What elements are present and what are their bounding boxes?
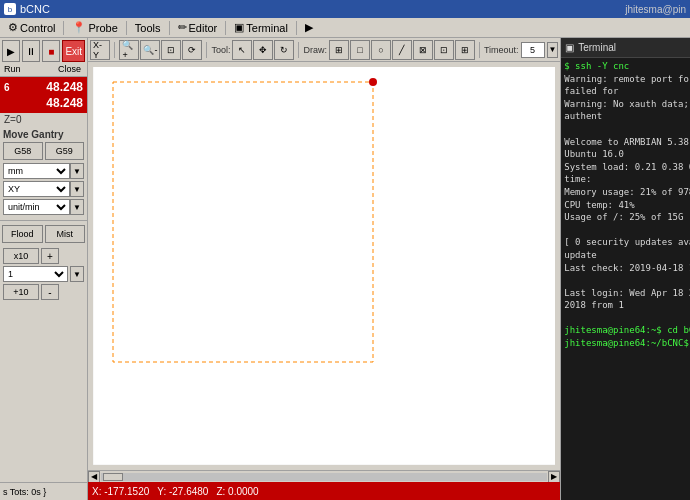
draw-extra2-btn[interactable]: ⊡ <box>434 40 454 60</box>
control-icon: ⚙ <box>8 21 18 34</box>
timeout-label: Timeout: <box>484 45 519 55</box>
play-button[interactable]: ▶ <box>2 40 20 62</box>
terminal-line: jhitesma@pine64:~/bCNC$ ./bCNC <box>564 337 690 350</box>
coordinates-panel: 6 48.248 48.248 <box>0 77 87 113</box>
fit-btn[interactable]: ⊡ <box>161 40 181 60</box>
terminal-line: jhitesma@pine64:~$ cd bCNC/ <box>564 324 690 337</box>
app-icon: b <box>4 3 16 15</box>
left-panel: ▶ ⏸ ■ Exit Run Close 6 48.248 48.248 <box>0 38 88 500</box>
rotate-tool-btn[interactable]: ↻ <box>274 40 294 60</box>
x-value: 48.248 <box>46 80 83 94</box>
terminal-line: $ ssh -Y cnc <box>564 60 690 73</box>
terminal-line <box>564 224 690 237</box>
toolbar-sep3 <box>298 42 299 58</box>
hscroll-left-btn[interactable]: ◀ <box>88 471 100 483</box>
menu-probe[interactable]: 📍 Probe <box>66 18 123 38</box>
move-gantry-title: Move Gantry <box>3 129 84 140</box>
unit-dropdown[interactable]: mm inch <box>3 163 70 179</box>
menu-extra[interactable]: ▶ <box>299 18 319 38</box>
exit-button[interactable]: Exit <box>62 40 85 62</box>
terminal-content[interactable]: $ ssh -Y cncWarning: remote port forward… <box>561 58 690 500</box>
terminal-icon: ▣ <box>234 21 244 34</box>
axis-dropdown[interactable]: XY X Y Z <box>3 181 70 197</box>
step-minus-button[interactable]: - <box>41 284 59 300</box>
terminal-line: Usage of /: 25% of 15G <box>564 211 690 224</box>
step-value-dropdown[interactable]: 1 0.1 0.01 <box>3 266 68 282</box>
menu-terminal[interactable]: ▣ Terminal <box>228 18 294 38</box>
menu-separator <box>169 21 170 35</box>
pause-button[interactable]: ⏸ <box>22 40 40 62</box>
svg-point-1 <box>369 78 377 86</box>
terminal-line: Warning: No xauth data; using fake authe… <box>564 98 690 123</box>
tots-label: s Tots: 0s } <box>3 487 46 497</box>
timeout-arrow[interactable]: ▼ <box>547 42 559 58</box>
x-coord-display: X: -177.1520 <box>92 486 149 497</box>
x10-button[interactable]: x10 <box>3 248 39 264</box>
draw-line-btn[interactable]: ╱ <box>392 40 412 60</box>
canvas-viewport[interactable] <box>92 66 556 466</box>
toolbar-sep4 <box>479 42 480 58</box>
terminal-line: Memory usage: 21% of 978MB IP: <box>564 186 690 199</box>
draw-extra1-btn[interactable]: ⊠ <box>413 40 433 60</box>
draw-path-btn[interactable]: □ <box>350 40 370 60</box>
close-label: Close <box>58 64 85 74</box>
g58-button[interactable]: G58 <box>3 142 43 160</box>
terminal-line: Last login: Wed Apr 18 21:10:16 2018 fro… <box>564 287 690 312</box>
terminal-line: System load: 0.21 0.38 0.31 Up time: <box>564 161 690 186</box>
coord-status-bar: X: -177.1520 Y: -27.6480 Z: 0.0000 <box>88 482 560 500</box>
terminal-line: Welcome to ARMBIAN 5.38 stable Ubuntu 16… <box>564 136 690 161</box>
zoom-in-btn[interactable]: 🔍+ <box>119 40 139 60</box>
menu-control[interactable]: ⚙ Control <box>2 18 61 38</box>
zoom-out-btn[interactable]: 🔍- <box>140 40 160 60</box>
draw-extra3-btn[interactable]: ⊞ <box>455 40 475 60</box>
feed-dropdown-arrow[interactable]: ▼ <box>70 199 84 215</box>
step-plus-button[interactable]: + <box>41 248 59 264</box>
draw-grid-btn[interactable]: ⊞ <box>329 40 349 60</box>
menu-bar: ⚙ Control 📍 Probe Tools ✏ Editor ▣ Termi… <box>0 18 690 38</box>
draw-circle-btn[interactable]: ○ <box>371 40 391 60</box>
x10-neg-button[interactable]: +10 <box>3 284 39 300</box>
step-controls-section: x10 + 1 0.1 0.01 ▼ +10 - <box>0 245 87 305</box>
select-tool-btn[interactable]: ↖ <box>232 40 252 60</box>
flood-button[interactable]: Flood <box>2 225 43 243</box>
move-gantry-section: Move Gantry G58 G59 mm inch ▼ XY X Y Z <box>0 126 87 221</box>
menu-tools[interactable]: Tools <box>129 18 167 38</box>
menu-editor[interactable]: ✏ Editor <box>172 18 224 38</box>
g59-button[interactable]: G59 <box>45 142 85 160</box>
hscroll-right-btn[interactable]: ▶ <box>548 471 560 483</box>
move-tool-btn[interactable]: ✥ <box>253 40 273 60</box>
reset-view-btn[interactable]: ⟳ <box>182 40 202 60</box>
menu-separator <box>296 21 297 35</box>
terminal-line <box>564 312 690 325</box>
terminal-header-label: Terminal <box>578 42 616 53</box>
main-layout: ▶ ⏸ ■ Exit Run Close 6 48.248 48.248 <box>0 38 690 500</box>
coord-system-btn[interactable]: X-Y <box>90 40 110 60</box>
y-value: 48.248 <box>46 96 83 110</box>
app-title: bCNC <box>20 3 50 15</box>
terminal-line: CPU temp: 41% <box>564 199 690 212</box>
toolbar-sep2 <box>206 42 207 58</box>
zoom-tools: 🔍+ 🔍- ⊡ ⟳ <box>119 40 202 60</box>
z-coord-display: Z: 0.0000 <box>216 486 258 497</box>
hscroll-track[interactable] <box>101 473 547 481</box>
axis-dropdown-arrow[interactable]: ▼ <box>70 181 84 197</box>
draw-label: Draw: <box>303 45 327 55</box>
hscroll-thumb[interactable] <box>103 473 123 481</box>
menu-separator <box>63 21 64 35</box>
canvas-area: X-Y 🔍+ 🔍- ⊡ ⟳ Tool: ↖ ✥ ↻ Draw: ⊞ □ ○ ╱ <box>88 38 561 500</box>
canvas-toolbar: X-Y 🔍+ 🔍- ⊡ ⟳ Tool: ↖ ✥ ↻ Draw: ⊞ □ ○ ╱ <box>88 38 560 62</box>
stop-button[interactable]: ■ <box>42 40 60 62</box>
run-controls-section: ▶ ⏸ ■ Exit Run Close <box>0 38 87 77</box>
menu-separator <box>225 21 226 35</box>
title-bar: b bCNC jhitesma@pin <box>0 0 690 18</box>
unit-dropdown-arrow[interactable]: ▼ <box>70 163 84 179</box>
mist-button[interactable]: Mist <box>45 225 86 243</box>
probe-icon: 📍 <box>72 21 86 34</box>
flood-mist-section: Flood Mist <box>0 223 87 245</box>
feed-dropdown[interactable]: unit/min <box>3 199 70 215</box>
step-dropdown-arrow[interactable]: ▼ <box>70 266 84 282</box>
terminal-line: Last check: 2019-04-18 18:17 <box>564 262 690 275</box>
terminal-line: Warning: remote port forwarding failed f… <box>564 73 690 98</box>
timeout-input[interactable] <box>521 42 545 58</box>
y-coord-display: Y: -27.6480 <box>157 486 208 497</box>
